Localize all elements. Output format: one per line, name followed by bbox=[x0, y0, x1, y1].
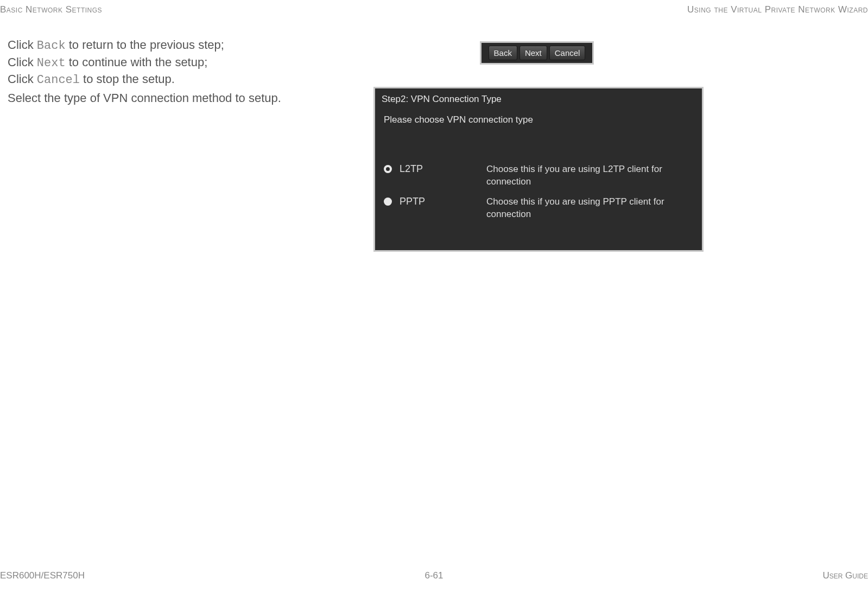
header-left: Basic Network Settings bbox=[0, 4, 102, 15]
next-button[interactable]: Next bbox=[519, 46, 547, 60]
instruction-line-1: Click Back to return to the previous ste… bbox=[8, 37, 224, 54]
back-command: Back bbox=[37, 39, 66, 53]
back-button[interactable]: Back bbox=[489, 46, 517, 60]
footer-page-number: 6-61 bbox=[425, 570, 443, 581]
wizard-subtitle: Please choose VPN connection type bbox=[384, 114, 695, 125]
vpn-option-label: PPTP bbox=[400, 196, 486, 207]
wizard-step-title: Step2: VPN Connection Type bbox=[382, 94, 695, 105]
vpn-option-description: Choose this if you are using PPTP client… bbox=[486, 196, 695, 221]
vpn-option-description: Choose this if you are using L2TP client… bbox=[486, 163, 695, 188]
instruction-line-3: Click Cancel to stop the setup. bbox=[8, 71, 224, 88]
cancel-button[interactable]: Cancel bbox=[549, 46, 586, 60]
instruction-line-2: Click Next to continue with the setup; bbox=[8, 54, 224, 72]
text: to continue with the setup; bbox=[66, 55, 208, 69]
footer-model: ESR600H/ESR750H bbox=[0, 570, 85, 581]
vpn-wizard-panel: Step2: VPN Connection Type Please choose… bbox=[373, 87, 704, 252]
vpn-option-l2tp[interactable]: L2TP Choose this if you are using L2TP c… bbox=[384, 163, 695, 188]
cancel-command: Cancel bbox=[37, 73, 80, 87]
text: Click bbox=[8, 72, 37, 86]
next-command: Next bbox=[37, 56, 66, 70]
footer-guide-label: User Guide bbox=[822, 570, 868, 581]
radio-selected-icon bbox=[384, 165, 392, 173]
radio-unselected-icon bbox=[384, 198, 392, 206]
text: Click bbox=[8, 55, 37, 69]
wizard-button-bar: Back Next Cancel bbox=[480, 41, 594, 65]
instruction-block: Click Back to return to the previous ste… bbox=[8, 37, 224, 88]
select-instruction: Select the type of VPN connection method… bbox=[8, 91, 281, 105]
vpn-option-label: L2TP bbox=[400, 163, 486, 175]
vpn-option-pptp[interactable]: PPTP Choose this if you are using PPTP c… bbox=[384, 196, 695, 221]
text: to stop the setup. bbox=[80, 72, 175, 86]
header-right: Using the Virtual Private Network Wizard bbox=[687, 4, 868, 15]
text: to return to the previous step; bbox=[66, 38, 224, 52]
text: Click bbox=[8, 38, 37, 52]
